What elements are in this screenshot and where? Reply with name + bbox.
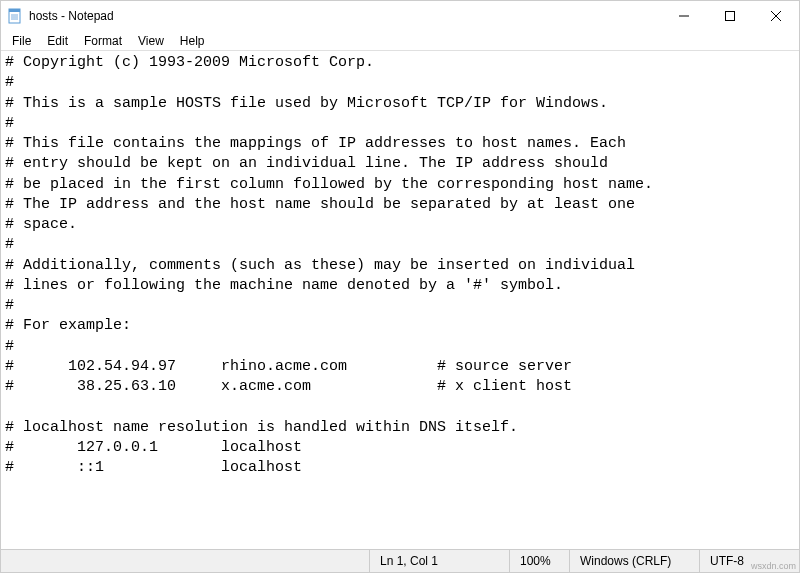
menubar: File Edit Format View Help <box>1 31 799 51</box>
minimize-button[interactable] <box>661 1 707 31</box>
text-editor[interactable]: # Copyright (c) 1993-2009 Microsoft Corp… <box>1 51 799 549</box>
window-controls <box>661 1 799 31</box>
svg-rect-1 <box>9 9 20 12</box>
menu-help[interactable]: Help <box>173 32 212 50</box>
window-title: hosts - Notepad <box>29 9 661 23</box>
close-button[interactable] <box>753 1 799 31</box>
status-eol: Windows (CRLF) <box>569 550 699 572</box>
titlebar: hosts - Notepad <box>1 1 799 31</box>
status-zoom: 100% <box>509 550 569 572</box>
statusbar: Ln 1, Col 1 100% Windows (CRLF) UTF-8 <box>1 549 799 572</box>
menu-edit[interactable]: Edit <box>40 32 75 50</box>
maximize-button[interactable] <box>707 1 753 31</box>
svg-rect-6 <box>726 12 735 21</box>
menu-file[interactable]: File <box>5 32 38 50</box>
status-position: Ln 1, Col 1 <box>369 550 509 572</box>
statusbar-spacer <box>1 550 369 572</box>
menu-format[interactable]: Format <box>77 32 129 50</box>
menu-view[interactable]: View <box>131 32 171 50</box>
notepad-icon <box>7 8 23 24</box>
watermark: wsxdn.com <box>751 561 796 571</box>
